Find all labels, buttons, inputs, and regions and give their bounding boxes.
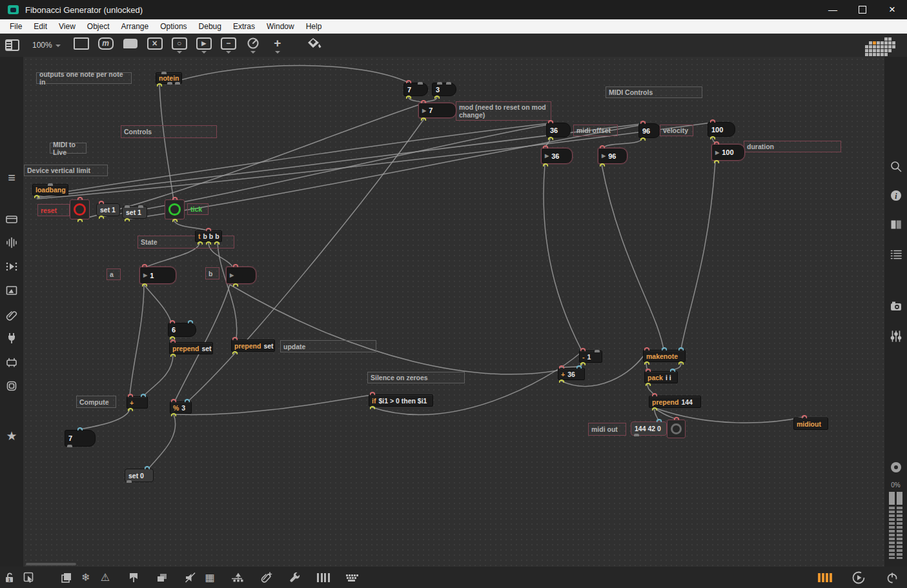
selection-tool-icon[interactable] [19, 571, 39, 584]
object-minus-1[interactable]: -1 [579, 350, 602, 363]
number-3-top[interactable]: 3 [432, 83, 456, 96]
info-icon[interactable]: i [884, 189, 907, 202]
attach-plus-icon[interactable] [257, 571, 276, 584]
object-mod-3[interactable]: %3 [170, 401, 192, 414]
plug-icon[interactable] [0, 332, 23, 344]
number-blank-b[interactable]: ▶ [226, 267, 256, 284]
object-plus-36[interactable]: +36 [558, 368, 585, 380]
object-t-bbb[interactable]: tb b b [195, 230, 222, 242]
object-loadbang[interactable]: loadbang [32, 184, 68, 196]
cpu-meter-icon[interactable] [815, 573, 835, 582]
object-prepend-set-2[interactable]: prependset [231, 340, 275, 352]
mixer-sliders-icon[interactable] [884, 330, 907, 343]
comment-velocity[interactable]: velocity [660, 125, 693, 136]
comment-controls[interactable]: Controls [121, 125, 217, 138]
horizontal-scrollbar-thumb[interactable] [26, 563, 76, 565]
record-button[interactable] [884, 461, 907, 473]
audio-waveform-icon[interactable] [0, 237, 23, 248]
comment-b[interactable]: b [205, 267, 219, 279]
comment-midi-out[interactable]: midi out [588, 423, 626, 436]
freeze-snowflake-icon[interactable]: ❄ [76, 571, 96, 583]
number-36[interactable]: 36 [546, 123, 571, 137]
sidebar-toggle-icon[interactable] [5, 39, 19, 51]
duplicate-icon[interactable] [152, 571, 172, 584]
object-pack-ii[interactable]: packi i [644, 371, 678, 383]
hardware-icon[interactable] [0, 356, 23, 368]
new-message-icon[interactable]: m [98, 37, 114, 50]
number-96-b[interactable]: ▶96 [598, 148, 627, 164]
new-comment-icon[interactable] [123, 37, 138, 50]
object-notein[interactable]: notein [156, 72, 182, 84]
grid-icon[interactable]: ▦ [200, 571, 219, 583]
maximize-button[interactable] [848, 0, 877, 19]
new-button-icon[interactable]: ○ [172, 37, 187, 50]
comment-midi-controls[interactable]: MIDI Controls [606, 86, 702, 98]
new-toggle-icon[interactable]: × [147, 37, 163, 50]
menu-extras[interactable]: Extras [227, 22, 261, 31]
favorites-star-icon[interactable]: ★ [0, 429, 23, 443]
number-36-b[interactable]: ▶36 [541, 148, 573, 164]
sequencer-icon[interactable] [0, 261, 23, 272]
object-prepend-set-1[interactable]: prependset [169, 342, 213, 354]
menu-arrange[interactable]: Arrange [116, 22, 155, 31]
keyboard-icon[interactable] [342, 571, 362, 584]
number-1-a[interactable]: ▶1 [139, 267, 176, 284]
comment-device-vertical-limit[interactable]: Device vertical limit [24, 165, 108, 176]
number-100-b[interactable]: ▶100 [711, 144, 745, 161]
comment-update[interactable]: update [280, 340, 376, 352]
snapshot-camera-icon[interactable] [884, 300, 907, 312]
search-icon[interactable] [884, 160, 907, 173]
comment-midi-offset[interactable]: midi offset [573, 125, 618, 136]
new-slider-icon[interactable]: − [221, 37, 236, 50]
menu-options[interactable]: Options [154, 22, 192, 31]
zoom-dropdown[interactable]: 100% [32, 41, 61, 50]
comment-reset[interactable]: reset [37, 204, 70, 216]
warning-icon[interactable]: ⚠ [96, 571, 115, 583]
presentation-pin-icon[interactable] [124, 571, 143, 584]
image-icon[interactable] [0, 285, 23, 296]
number-7-mod[interactable]: ▶7 [418, 103, 456, 118]
comment-outputs-one-note[interactable]: outputs one note per note in [36, 72, 132, 84]
number-96[interactable]: 96 [638, 123, 660, 138]
menu-window[interactable]: Window [261, 22, 300, 31]
menu-edit[interactable]: Edit [28, 22, 53, 31]
comment-duration[interactable]: duration [744, 141, 841, 152]
layers-icon[interactable] [57, 571, 76, 584]
number-7-top[interactable]: 7 [403, 83, 428, 96]
button-out-bang[interactable] [667, 420, 686, 438]
object-plus[interactable]: + [127, 396, 148, 409]
comment-tick[interactable]: tick [187, 203, 209, 215]
button-tick-toggle[interactable] [165, 199, 185, 219]
object-midiout[interactable]: midiout [793, 418, 828, 430]
message-144-42-0[interactable]: 144 42 0 [631, 421, 667, 436]
console-menu-icon[interactable]: ≡ [0, 170, 23, 185]
new-object-icon[interactable] [74, 37, 89, 50]
hierarchy-icon[interactable] [229, 571, 248, 584]
object-makenote[interactable]: makenote [643, 350, 686, 362]
audio-mute-icon[interactable] [181, 571, 200, 584]
add-object-icon[interactable]: + [270, 37, 285, 50]
menu-help[interactable]: Help [300, 22, 328, 31]
button-reset-bang[interactable] [70, 199, 90, 219]
device-icon[interactable] [0, 214, 23, 225]
message-set0[interactable]: set 0 [125, 469, 154, 482]
message-set1-b[interactable]: set 1 [122, 206, 147, 219]
lessons-list-icon[interactable] [884, 248, 907, 260]
new-dial-icon[interactable] [245, 37, 261, 50]
reference-book-icon[interactable] [884, 219, 907, 230]
new-playbar-icon[interactable]: ▶ [196, 37, 212, 50]
piano-keys-icon[interactable] [314, 573, 333, 582]
unlock-icon[interactable]: 1 [0, 571, 19, 584]
menu-object[interactable]: Object [81, 22, 116, 31]
message-set1-a[interactable]: set 1 [96, 203, 120, 216]
comment-compute[interactable]: Compute [76, 396, 116, 408]
minimize-button[interactable]: — [818, 0, 848, 19]
wrench-icon[interactable] [285, 571, 305, 584]
menu-debug[interactable]: Debug [193, 22, 227, 31]
object-if[interactable]: if$i1 > 0 then $i1 [369, 394, 433, 407]
close-button[interactable]: × [877, 0, 907, 19]
power-button[interactable] [882, 571, 902, 584]
number-6[interactable]: 6 [168, 323, 196, 337]
number-7-bottom[interactable]: 7 [65, 430, 96, 447]
paint-bucket-icon[interactable] [306, 37, 321, 50]
